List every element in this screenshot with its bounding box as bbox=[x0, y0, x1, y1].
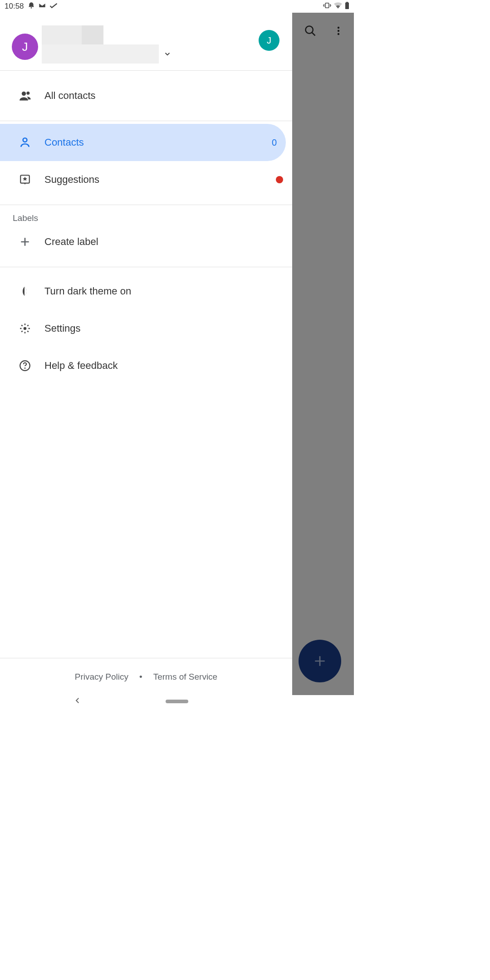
nav-item-all-contacts[interactable]: All contacts bbox=[0, 77, 292, 114]
system-navigation-bar bbox=[0, 695, 354, 708]
dark-theme-icon bbox=[19, 286, 44, 297]
person-icon bbox=[19, 137, 44, 148]
svg-point-8 bbox=[22, 92, 26, 96]
privacy-policy-link[interactable]: Privacy Policy bbox=[75, 672, 128, 682]
nav-label: Contacts bbox=[44, 137, 272, 148]
drawer-footer: Privacy Policy • Terms of Service bbox=[0, 658, 292, 695]
nav-label: Turn dark theme on bbox=[44, 285, 283, 297]
labels-section-header: Labels bbox=[0, 205, 292, 223]
svg-point-0 bbox=[30, 7, 32, 9]
nav-label: Help & feedback bbox=[44, 360, 283, 372]
svg-point-12 bbox=[24, 327, 27, 330]
back-button[interactable] bbox=[74, 696, 82, 706]
terms-of-service-link[interactable]: Terms of Service bbox=[153, 672, 217, 682]
nav-label: All contacts bbox=[44, 90, 283, 102]
vibrate-icon bbox=[323, 2, 331, 11]
nav-item-create-label[interactable]: Create label bbox=[0, 223, 292, 260]
nav-item-dark-theme[interactable]: Turn dark theme on bbox=[0, 273, 292, 310]
nav-item-contacts[interactable]: Contacts 0 bbox=[0, 124, 286, 161]
battery-icon bbox=[345, 2, 349, 11]
nav-label: Suggestions bbox=[44, 174, 276, 186]
nav-label: Create label bbox=[44, 236, 283, 248]
nav-item-suggestions[interactable]: Suggestions bbox=[0, 161, 292, 198]
svg-rect-1 bbox=[325, 3, 329, 8]
svg-point-14 bbox=[24, 368, 26, 369]
status-time: 10:58 bbox=[5, 2, 24, 11]
account-avatar-primary[interactable]: J bbox=[12, 34, 38, 60]
svg-point-9 bbox=[26, 92, 29, 95]
account-switcher-toggle[interactable] bbox=[163, 50, 172, 60]
mail-icon bbox=[39, 2, 46, 11]
gear-icon bbox=[19, 323, 44, 334]
drawer-header: J J bbox=[0, 13, 292, 71]
account-email-redacted bbox=[42, 44, 159, 64]
svg-rect-2 bbox=[345, 2, 349, 9]
suggestions-icon bbox=[19, 174, 44, 186]
suggestions-indicator-dot bbox=[276, 176, 283, 183]
footer-separator: • bbox=[139, 672, 142, 682]
svg-rect-3 bbox=[346, 2, 348, 3]
navigation-drawer: J J All contacts Contac bbox=[0, 13, 292, 695]
help-icon bbox=[19, 360, 44, 372]
chevron-down-icon bbox=[163, 50, 172, 58]
chevron-left-icon bbox=[74, 696, 82, 705]
checkmark-icon bbox=[49, 2, 58, 11]
wifi-icon bbox=[334, 2, 342, 11]
home-gesture-pill[interactable] bbox=[166, 700, 188, 703]
people-icon bbox=[19, 89, 44, 102]
nav-label: Settings bbox=[44, 323, 283, 334]
contacts-count: 0 bbox=[272, 137, 277, 148]
status-bar: 10:58 bbox=[0, 0, 354, 13]
plus-icon bbox=[19, 236, 44, 248]
nav-item-help-feedback[interactable]: Help & feedback bbox=[0, 347, 292, 384]
svg-point-10 bbox=[23, 138, 27, 142]
notification-icon bbox=[28, 2, 35, 11]
account-avatar-secondary[interactable]: J bbox=[259, 30, 279, 51]
nav-item-settings[interactable]: Settings bbox=[0, 310, 292, 347]
